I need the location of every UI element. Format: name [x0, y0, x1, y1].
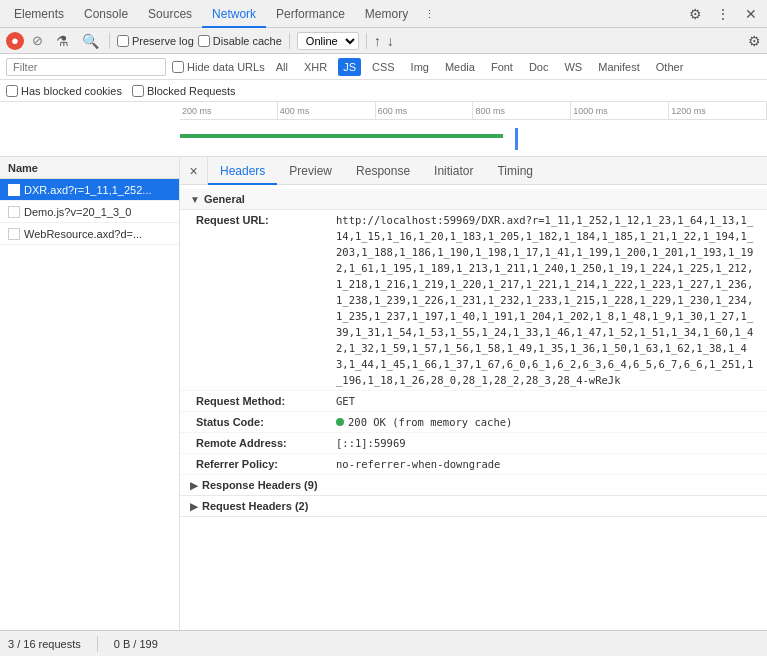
- network-toolbar: ● ⊘ ⚗ 🔍 Preserve log Disable cache Onlin…: [0, 28, 767, 54]
- timeline[interactable]: 200 ms 400 ms 600 ms 800 ms 1000 ms 1200…: [0, 102, 767, 157]
- tab-response[interactable]: Response: [344, 157, 422, 185]
- timeline-waterfall: [180, 124, 767, 154]
- filter-xhr[interactable]: XHR: [299, 58, 332, 76]
- request-headers-section[interactable]: ▶ Request Headers (2): [180, 496, 767, 517]
- response-headers-arrow-icon: ▶: [190, 480, 198, 491]
- has-blocked-cookies-text: Has blocked cookies: [21, 85, 122, 97]
- request-url-value: http://localhost:59969/DXR.axd?r=1_11,1_…: [336, 212, 757, 388]
- request-label-2: WebResource.axd?d=...: [24, 228, 142, 240]
- more-tabs-button[interactable]: ⋮: [420, 0, 439, 28]
- upload-icon[interactable]: ↑: [374, 33, 381, 49]
- main-area: Name DXR.axd?r=1_11,1_252... Demo.js?v=2…: [0, 157, 767, 630]
- requests-header: Name: [0, 157, 179, 179]
- import-export-group: ↑ ↓: [374, 33, 394, 49]
- filter-doc[interactable]: Doc: [524, 58, 554, 76]
- hide-data-urls-checkbox[interactable]: [172, 61, 184, 73]
- filter-other[interactable]: Other: [651, 58, 689, 76]
- hide-data-urls-label[interactable]: Hide data URLs: [172, 61, 265, 73]
- filter-css[interactable]: CSS: [367, 58, 400, 76]
- remote-address-key: Remote Address:: [196, 435, 336, 451]
- transfer-size: 0 B / 199: [114, 638, 158, 650]
- disable-cache-checkbox[interactable]: [198, 35, 210, 47]
- request-label-0: DXR.axd?r=1_11,1_252...: [24, 184, 152, 196]
- filter-all[interactable]: All: [271, 58, 293, 76]
- request-item-0[interactable]: DXR.axd?r=1_11,1_252...: [0, 179, 179, 201]
- request-url-key: Request URL:: [196, 212, 336, 388]
- details-tabs-row: × Headers Preview Response Initiator Tim…: [180, 157, 767, 185]
- tab-elements[interactable]: Elements: [4, 0, 74, 28]
- request-icon-1: [8, 206, 20, 218]
- has-blocked-cookies-checkbox[interactable]: [6, 85, 18, 97]
- blocked-requests-label[interactable]: Blocked Requests: [132, 85, 236, 97]
- tab-initiator[interactable]: Initiator: [422, 157, 485, 185]
- preserve-log-text: Preserve log: [132, 35, 194, 47]
- separator-2: [289, 33, 290, 49]
- more-options-icon[interactable]: ⋮: [711, 2, 735, 26]
- request-icon-0: [8, 184, 20, 196]
- ruler-1200: 1200 ms: [669, 102, 767, 119]
- tab-sources[interactable]: Sources: [138, 0, 202, 28]
- filter-ws[interactable]: WS: [559, 58, 587, 76]
- hide-data-urls-text: Hide data URLs: [187, 61, 265, 73]
- preserve-log-checkbox[interactable]: [117, 35, 129, 47]
- response-headers-section[interactable]: ▶ Response Headers (9): [180, 475, 767, 496]
- general-section-header[interactable]: ▼ General: [180, 189, 767, 210]
- general-arrow-icon: ▼: [190, 194, 200, 205]
- ruler-1000: 1000 ms: [571, 102, 669, 119]
- tab-console[interactable]: Console: [74, 0, 138, 28]
- search-button[interactable]: 🔍: [78, 29, 102, 53]
- status-green-dot: [336, 418, 344, 426]
- timeline-green-bar: [180, 134, 503, 138]
- settings-icon[interactable]: ⚙: [683, 2, 707, 26]
- status-bar: 3 / 16 requests 0 B / 199: [0, 630, 767, 656]
- filter-font[interactable]: Font: [486, 58, 518, 76]
- referrer-policy-key: Referrer Policy:: [196, 456, 336, 472]
- filter-js[interactable]: JS: [338, 58, 361, 76]
- timeline-ruler: 200 ms 400 ms 600 ms 800 ms 1000 ms 1200…: [180, 102, 767, 120]
- network-settings-icon[interactable]: ⚙: [748, 33, 761, 49]
- request-method-key: Request Method:: [196, 393, 336, 409]
- blocked-bar: Has blocked cookies Blocked Requests: [0, 80, 767, 102]
- filter-img[interactable]: Img: [406, 58, 434, 76]
- tab-network[interactable]: Network: [202, 0, 266, 28]
- separator-1: [109, 33, 110, 49]
- ruler-400: 400 ms: [278, 102, 376, 119]
- tab-headers[interactable]: Headers: [208, 157, 277, 185]
- request-headers-arrow-icon: ▶: [190, 501, 198, 512]
- filter-button[interactable]: ⚗: [50, 29, 74, 53]
- request-headers-label: Request Headers (2): [202, 500, 308, 512]
- disable-cache-text: Disable cache: [213, 35, 282, 47]
- details-content: ▼ General Request URL: http://localhost:…: [180, 185, 767, 630]
- tab-preview[interactable]: Preview: [277, 157, 344, 185]
- request-item-2[interactable]: WebResource.axd?d=...: [0, 223, 179, 245]
- has-blocked-cookies-label[interactable]: Has blocked cookies: [6, 85, 122, 97]
- preserve-log-label[interactable]: Preserve log: [117, 35, 194, 47]
- request-icon-2: [8, 228, 20, 240]
- tab-performance[interactable]: Performance: [266, 0, 355, 28]
- general-section-label: General: [204, 193, 245, 205]
- request-item-1[interactable]: Demo.js?v=20_1_3_0: [0, 201, 179, 223]
- tab-memory[interactable]: Memory: [355, 0, 418, 28]
- download-icon[interactable]: ↓: [387, 33, 394, 49]
- throttle-select[interactable]: Online: [297, 32, 359, 50]
- filter-manifest[interactable]: Manifest: [593, 58, 645, 76]
- tab-timing[interactable]: Timing: [485, 157, 545, 185]
- close-details-button[interactable]: ×: [180, 157, 208, 185]
- timeline-blue-marker: [515, 128, 518, 150]
- close-devtools-icon[interactable]: ✕: [739, 2, 763, 26]
- tab-bar: Elements Console Sources Network Perform…: [0, 0, 767, 28]
- remote-address-row: Remote Address: [::1]:59969: [180, 433, 767, 454]
- status-code-value: 200 OK (from memory cache): [336, 414, 757, 430]
- referrer-policy-row: Referrer Policy: no-referrer-when-downgr…: [180, 454, 767, 475]
- status-separator: [97, 636, 98, 652]
- ruler-200: 200 ms: [180, 102, 278, 119]
- disable-cache-label[interactable]: Disable cache: [198, 35, 282, 47]
- blocked-requests-checkbox[interactable]: [132, 85, 144, 97]
- stop-button[interactable]: ⊘: [28, 32, 46, 50]
- request-method-value: GET: [336, 393, 757, 409]
- remote-address-value: [::1]:59969: [336, 435, 757, 451]
- record-button[interactable]: ●: [6, 32, 24, 50]
- request-url-row: Request URL: http://localhost:59969/DXR.…: [180, 210, 767, 391]
- filter-media[interactable]: Media: [440, 58, 480, 76]
- filter-input[interactable]: [6, 58, 166, 76]
